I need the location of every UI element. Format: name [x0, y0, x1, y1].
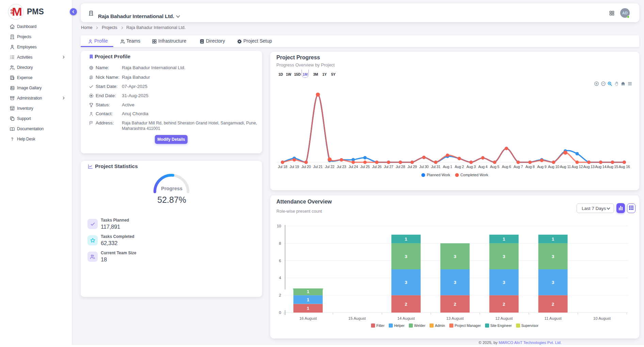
svg-text:2: 2	[454, 302, 456, 307]
svg-text:2: 2	[405, 302, 407, 307]
svg-text:3: 3	[552, 280, 554, 285]
svg-text:1: 1	[307, 306, 309, 311]
svg-text:Aug 1: Aug 1	[443, 165, 452, 169]
svg-text:Aug 11: Aug 11	[560, 165, 571, 169]
svg-text:1: 1	[552, 237, 554, 242]
svg-text:12 August: 12 August	[495, 316, 513, 320]
svg-text:Jul 28: Jul 28	[396, 165, 405, 169]
svg-text:Aug 15: Aug 15	[607, 165, 618, 169]
svg-text:Aug 6: Aug 6	[502, 165, 511, 169]
svg-text:Jul 24: Jul 24	[349, 165, 358, 169]
svg-text:Aug 2: Aug 2	[455, 165, 464, 169]
svg-text:Jul 21: Jul 21	[313, 165, 323, 169]
svg-text:3: 3	[552, 254, 554, 259]
svg-text:3: 3	[405, 254, 407, 259]
svg-text:3: 3	[503, 280, 505, 285]
svg-text:4: 4	[279, 276, 281, 280]
svg-text:2: 2	[552, 302, 554, 307]
svg-text:2: 2	[279, 293, 281, 297]
svg-text:Jul 27: Jul 27	[384, 165, 393, 169]
svg-text:1: 1	[307, 297, 309, 302]
svg-text:3: 3	[454, 254, 456, 259]
svg-text:13 August: 13 August	[446, 316, 464, 320]
svg-text:Aug 8: Aug 8	[525, 165, 534, 169]
svg-text:M: M	[12, 5, 22, 18]
svg-text:3: 3	[503, 254, 505, 259]
svg-text:Aug 16: Aug 16	[618, 165, 630, 169]
svg-text:Aug 3: Aug 3	[466, 165, 476, 169]
svg-text:Aug 13: Aug 13	[583, 165, 595, 169]
svg-text:14 August: 14 August	[397, 316, 415, 320]
svg-text:15 August: 15 August	[348, 316, 366, 320]
svg-text:1: 1	[503, 237, 505, 242]
svg-text:10 August: 10 August	[593, 316, 611, 320]
svg-text:Jul 20: Jul 20	[301, 165, 311, 169]
svg-text:Aug 5: Aug 5	[490, 165, 499, 169]
svg-text:Aug 12: Aug 12	[571, 165, 583, 169]
svg-text:1: 1	[307, 289, 309, 294]
svg-text:Progress: Progress	[161, 186, 182, 191]
svg-text:Aug 9: Aug 9	[537, 165, 546, 169]
svg-text:3: 3	[454, 280, 456, 285]
svg-text:Jul 25: Jul 25	[360, 165, 370, 169]
svg-text:Jul 29: Jul 29	[407, 165, 417, 169]
svg-text:Jul 22: Jul 22	[325, 165, 335, 169]
svg-text:Jul 18: Jul 18	[278, 165, 287, 169]
svg-text:8: 8	[279, 241, 281, 245]
svg-text:Jul 30: Jul 30	[419, 165, 429, 169]
svg-text:1: 1	[405, 237, 407, 242]
svg-text:Aug 14: Aug 14	[595, 165, 606, 169]
svg-text:Aug 4: Aug 4	[478, 165, 487, 169]
svg-text:52.87%: 52.87%	[157, 195, 186, 205]
svg-text:6: 6	[279, 259, 281, 263]
svg-text:Aug 10: Aug 10	[548, 165, 559, 169]
svg-text:11 August: 11 August	[544, 316, 562, 320]
svg-text:Jul 19: Jul 19	[290, 165, 299, 169]
svg-text:0: 0	[279, 311, 281, 315]
svg-text:2: 2	[503, 302, 505, 307]
svg-text:Jul 26: Jul 26	[372, 165, 382, 169]
svg-text:Jul 23: Jul 23	[337, 165, 346, 169]
svg-text:16 August: 16 August	[299, 316, 317, 320]
svg-text:Jul 31: Jul 31	[431, 165, 440, 169]
svg-text:3: 3	[405, 280, 407, 285]
svg-text:10: 10	[277, 224, 281, 228]
svg-text:Aug 7: Aug 7	[514, 165, 523, 169]
